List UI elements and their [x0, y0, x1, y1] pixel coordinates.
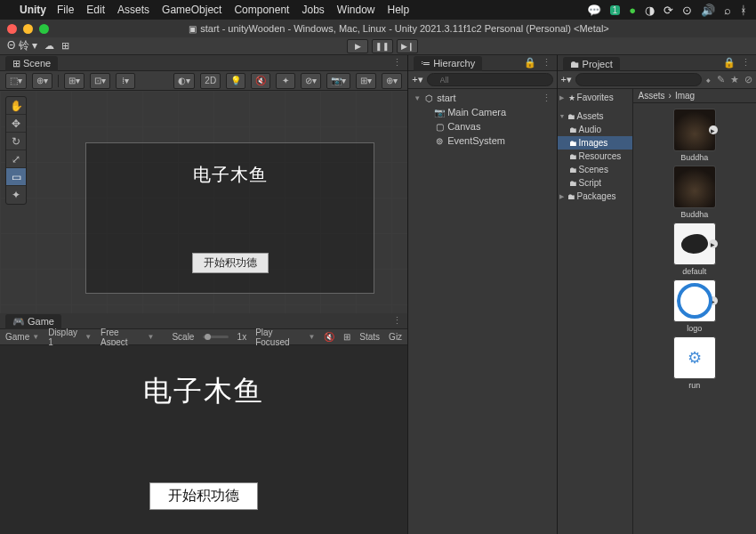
create-dropdown[interactable]: +▾: [412, 74, 422, 85]
tab-hierarchy[interactable]: ≔Hierarchy: [414, 56, 482, 71]
breadcrumb-assets[interactable]: Assets: [639, 91, 665, 101]
hidden-icon[interactable]: ⊘: [744, 74, 752, 85]
scene-camera[interactable]: ⊕▾: [382, 73, 402, 89]
package-icon[interactable]: ⊞: [61, 40, 69, 52]
scale-tool[interactable]: ⤢: [6, 150, 26, 168]
hand-tool[interactable]: ✋: [6, 97, 26, 115]
wechat-icon[interactable]: 💬: [587, 4, 601, 17]
asset-default[interactable]: ▶ default: [673, 222, 716, 276]
menu-help[interactable]: Help: [388, 4, 410, 16]
scale-slider[interactable]: [203, 336, 228, 338]
global-tool[interactable]: ⊕▾: [32, 73, 52, 89]
filter-label-icon[interactable]: ⬥: [705, 74, 712, 85]
snap-increment[interactable]: ⊡▾: [90, 73, 110, 89]
gizmos-game-toggle[interactable]: Giz: [389, 332, 402, 342]
project-lock-icon[interactable]: 🔒: [723, 57, 736, 69]
favorite-icon[interactable]: ★: [730, 74, 739, 85]
step-button[interactable]: ▶❙: [397, 39, 418, 53]
menu-assets[interactable]: Assets: [117, 4, 149, 16]
2d-toggle[interactable]: 2D: [200, 73, 221, 89]
scene-options-icon[interactable]: ⋮: [542, 93, 551, 104]
project-search[interactable]: [575, 73, 702, 86]
display-dropdown[interactable]: Display 1▼: [48, 328, 92, 347]
bluetooth-icon[interactable]: ᚼ: [740, 4, 747, 17]
folder-scenes[interactable]: 🖿Scenes: [558, 163, 632, 176]
transform-tool[interactable]: ✦: [6, 186, 26, 204]
hierarchy-row-camera[interactable]: 📷 Main Camera: [408, 105, 556, 119]
play-button[interactable]: ▶: [347, 39, 368, 53]
menu-jobs[interactable]: Jobs: [302, 4, 324, 16]
stats-toggle[interactable]: Stats: [359, 332, 380, 342]
move-tool[interactable]: ✥: [6, 115, 26, 133]
snap-toggle[interactable]: ⁞▾: [116, 73, 135, 89]
sync-icon[interactable]: ⊙: [682, 4, 692, 17]
asset-buddha-1[interactable]: ▶ Buddha: [673, 109, 716, 162]
mute-icon[interactable]: 🔇: [324, 332, 334, 342]
project-menu-icon[interactable]: ⋮: [741, 57, 751, 69]
expand-icon[interactable]: ▶: [709, 125, 718, 134]
window-close[interactable]: [7, 24, 17, 34]
maximize-icon[interactable]: ⊞: [343, 332, 350, 342]
camera-settings[interactable]: 📷▾: [326, 73, 350, 89]
expand-icon[interactable]: ▶: [709, 239, 718, 248]
asset-buddha-2[interactable]: Buddha: [673, 166, 716, 219]
status-icon-1[interactable]: ●: [629, 4, 636, 17]
hierarchy-lock-icon[interactable]: 🔒: [524, 57, 536, 69]
grid-snap[interactable]: ⊞▾: [64, 73, 84, 89]
menu-gameobject[interactable]: GameObject: [162, 4, 221, 16]
notification-badge[interactable]: 1: [610, 5, 621, 15]
app-name[interactable]: Unity: [20, 4, 46, 16]
gizmos-toggle[interactable]: ⊞▾: [356, 73, 376, 89]
volume-icon[interactable]: 🔊: [701, 4, 715, 17]
game-menu-icon[interactable]: ⋮: [392, 315, 402, 327]
audio-toggle[interactable]: 🔇: [251, 73, 270, 89]
shading-mode[interactable]: ◐▾: [173, 73, 195, 89]
hierarchy-row-scene[interactable]: ▼⬡ start ⋮: [408, 91, 556, 105]
tab-project[interactable]: 🖿Project: [563, 57, 620, 71]
asset-run[interactable]: run: [673, 336, 716, 390]
status-icon-2[interactable]: ◑: [645, 4, 655, 17]
window-maximize[interactable]: [39, 24, 49, 34]
menu-component[interactable]: Component: [234, 4, 289, 16]
start-button-scene[interactable]: 开始积功德: [192, 253, 269, 273]
filter-type-icon[interactable]: ✎: [717, 74, 725, 85]
project-create-dropdown[interactable]: +▾: [561, 74, 572, 85]
rotate-tool[interactable]: ↻: [6, 133, 26, 150]
menu-edit[interactable]: Edit: [86, 4, 105, 16]
search-icon[interactable]: ⌕: [724, 4, 731, 17]
aspect-dropdown[interactable]: Free Aspect▼: [101, 328, 154, 347]
expand-icon[interactable]: ▶: [709, 296, 718, 305]
status-icon-3[interactable]: ⟳: [664, 4, 673, 17]
hierarchy-menu-icon[interactable]: ⋮: [542, 57, 551, 69]
scene-view[interactable]: ✋ ✥ ↻ ⤢ ▭ ✦ 电子木鱼 开始积功德: [0, 91, 407, 313]
start-button-game[interactable]: 开始积功德: [149, 482, 258, 510]
fx-toggle[interactable]: ✦: [276, 73, 295, 89]
lighting-toggle[interactable]: 💡: [226, 73, 245, 89]
favorites-row[interactable]: ▶★Favorites: [558, 91, 632, 104]
sceneview-fx[interactable]: ⊘▾: [301, 73, 321, 89]
cloud-icon[interactable]: ☁: [44, 40, 54, 52]
pause-button[interactable]: ❚❚: [372, 39, 393, 53]
tab-scene[interactable]: ⊞Scene: [5, 56, 58, 71]
folder-script[interactable]: 🖿Script: [558, 176, 632, 190]
scene-menu-icon[interactable]: ⋮: [392, 57, 402, 69]
folder-images[interactable]: 🖿Images: [558, 136, 632, 150]
folder-resources[interactable]: 🖿Resources: [558, 150, 632, 163]
asset-logo[interactable]: ▶ logo: [673, 279, 716, 333]
packages-row[interactable]: ▶🖿Packages: [558, 190, 632, 203]
assets-row[interactable]: ▼🖿Assets: [558, 109, 632, 123]
menu-file[interactable]: File: [57, 4, 74, 16]
game-dropdown[interactable]: Game▼: [5, 332, 39, 342]
breadcrumb-images[interactable]: Imag: [675, 91, 695, 101]
canvas-rect[interactable]: 电子木鱼 开始积功德: [85, 142, 374, 294]
menu-window[interactable]: Window: [337, 4, 375, 16]
play-focused-dropdown[interactable]: Play Focused▼: [255, 328, 315, 347]
pivot-tool[interactable]: ⬚▾: [5, 73, 27, 89]
rect-tool[interactable]: ▭: [6, 168, 26, 186]
folder-audio[interactable]: 🖿Audio: [558, 123, 632, 136]
hierarchy-row-eventsystem[interactable]: ⊚ EventSystem: [408, 134, 556, 148]
window-minimize[interactable]: [23, 24, 33, 34]
account-icon[interactable]: Θ 铃 ▾: [7, 38, 37, 53]
hierarchy-search[interactable]: [427, 73, 553, 86]
hierarchy-row-canvas[interactable]: ▢ Canvas: [408, 119, 556, 134]
